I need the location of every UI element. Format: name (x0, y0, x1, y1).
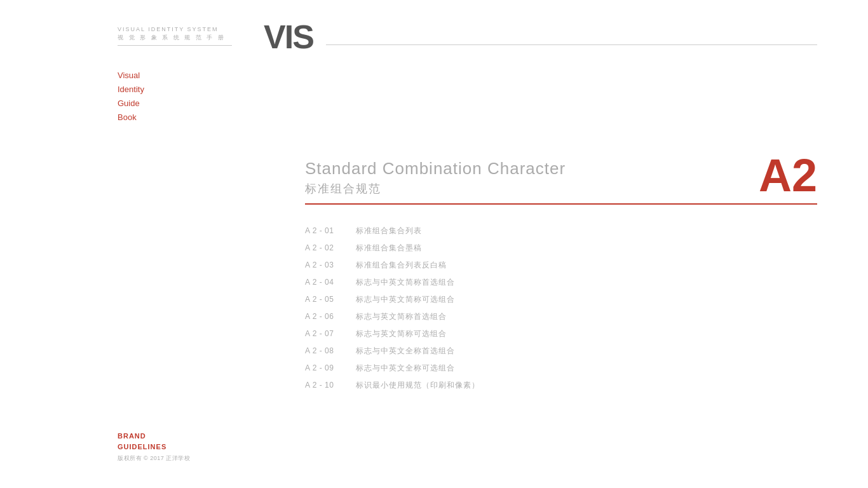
sidebar-item-identity[interactable]: Identity (118, 83, 144, 97)
toc-label: 标志与中英文全称首选组合 (356, 346, 455, 356)
toc-code: A 2 - 06 (305, 312, 343, 321)
main-content: Standard Combination Character 标准组合规范 A2… (305, 159, 817, 394)
section-header: Standard Combination Character 标准组合规范 A2 (305, 159, 817, 205)
header: VISUAL IDENTITY SYSTEM 视 觉 形 象 系 统 规 范 手… (118, 25, 817, 53)
table-row: A 2 - 06 标志与英文简称首选组合 (305, 308, 817, 325)
toc-list: A 2 - 01 标准组合集合列表 A 2 - 02 标准组合集合墨稿 A 2 … (305, 222, 817, 394)
toc-label: 标志与中英文全称可选组合 (356, 363, 455, 374)
toc-code: A 2 - 10 (305, 381, 343, 390)
section-title-en: Standard Combination Character (305, 159, 746, 179)
table-row: A 2 - 08 标志与中英文全称首选组合 (305, 342, 817, 360)
footer-brand: BRAND GUIDELINES (118, 431, 190, 452)
header-divider (118, 45, 232, 46)
section-title-block: Standard Combination Character 标准组合规范 (305, 159, 746, 196)
toc-label: 标准组合集合墨稿 (356, 243, 422, 254)
table-row: A 2 - 10 标识最小使用规范（印刷和像素） (305, 377, 817, 394)
toc-code: A 2 - 03 (305, 261, 343, 269)
toc-code: A 2 - 01 (305, 226, 343, 235)
header-line (326, 44, 817, 45)
table-row: A 2 - 07 标志与英文简称可选组合 (305, 325, 817, 342)
footer-copyright: 版权所有 © 2017 正洋学校 (118, 454, 190, 463)
toc-code: A 2 - 05 (305, 295, 343, 304)
sidebar-item-visual[interactable]: Visual (118, 69, 144, 83)
table-row: A 2 - 09 标志与中英文全称可选组合 (305, 360, 817, 377)
toc-label: 标志与中英文简称首选组合 (356, 277, 455, 288)
toc-code: A 2 - 02 (305, 243, 343, 252)
sidebar-item-book[interactable]: Book (118, 111, 144, 125)
vis-logo: VIS (264, 20, 313, 53)
toc-code: A 2 - 04 (305, 278, 343, 287)
footer-brand-line2: GUIDELINES (118, 442, 190, 452)
table-row: A 2 - 02 标准组合集合墨稿 (305, 240, 817, 257)
toc-code: A 2 - 07 (305, 329, 343, 338)
table-row: A 2 - 03 标准组合集合列表反白稿 (305, 257, 817, 274)
toc-label: 标识最小使用规范（印刷和像素） (356, 380, 480, 391)
header-left: VISUAL IDENTITY SYSTEM 视 觉 形 象 系 统 规 范 手… (118, 25, 257, 46)
toc-label: 标准组合集合列表 (356, 226, 422, 236)
toc-label: 标志与中英文简称可选组合 (356, 294, 455, 305)
header-title-en: VISUAL IDENTITY SYSTEM (118, 25, 257, 34)
toc-label: 标准组合集合列表反白稿 (356, 260, 447, 271)
toc-label: 标志与英文简称可选组合 (356, 329, 447, 339)
footer: BRAND GUIDELINES 版权所有 © 2017 正洋学校 (118, 431, 190, 463)
sidebar-nav: Visual Identity Guide Book (118, 69, 144, 125)
toc-code: A 2 - 09 (305, 363, 343, 372)
toc-label: 标志与英文简称首选组合 (356, 311, 447, 322)
toc-code: A 2 - 08 (305, 346, 343, 355)
section-code: A2 (759, 152, 817, 198)
table-row: A 2 - 01 标准组合集合列表 (305, 222, 817, 240)
header-title-cn: 视 觉 形 象 系 统 规 范 手 册 (118, 34, 257, 42)
table-row: A 2 - 05 标志与中英文简称可选组合 (305, 291, 817, 308)
footer-brand-line1: BRAND (118, 431, 190, 442)
section-title-cn: 标准组合规范 (305, 181, 746, 196)
sidebar-item-guide[interactable]: Guide (118, 97, 144, 111)
table-row: A 2 - 04 标志与中英文简称首选组合 (305, 274, 817, 291)
